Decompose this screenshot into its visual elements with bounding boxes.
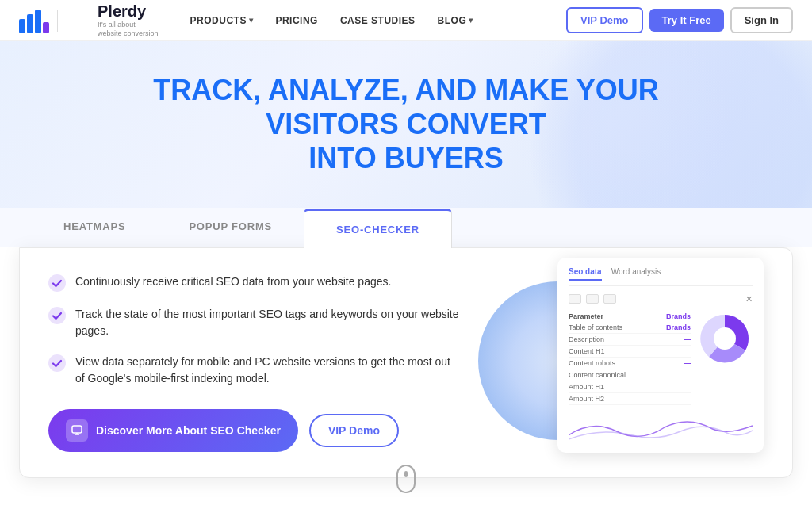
header-buttons: VIP Demo Try It Free Sign In xyxy=(566,7,793,33)
svg-rect-0 xyxy=(19,19,25,33)
pie-chart xyxy=(697,311,753,366)
feature-item-1: Continuously receive critical SEO data f… xyxy=(48,274,462,292)
vip-demo-outline-button[interactable]: VIP Demo xyxy=(309,414,399,447)
logo-text: Plerdy It's all about website conversion xyxy=(98,2,159,38)
check-icon-1 xyxy=(48,274,66,292)
wave-lines xyxy=(569,411,753,443)
chevron-down-icon: ▾ xyxy=(469,16,473,25)
wave-chart xyxy=(569,411,753,443)
param-header: Parameter xyxy=(569,311,654,322)
svg-point-6 xyxy=(48,354,66,372)
table-row: Content H1 xyxy=(569,345,691,357)
logo[interactable]: Plerdy It's all about website conversion xyxy=(19,2,159,38)
nav-pricing[interactable]: PRICING xyxy=(275,15,318,26)
try-free-button[interactable]: Try It Free xyxy=(649,9,724,32)
nav-blog[interactable]: BLOG ▾ xyxy=(438,15,473,26)
table-row: Amount H1 xyxy=(569,381,691,392)
seo-card-tabs: Seo data Word analysis xyxy=(569,267,753,286)
left-content: Continuously receive critical SEO data f… xyxy=(48,274,462,452)
table-row: Content robots — xyxy=(569,357,691,369)
hero-section: TRACK, ANALYZE, AND MAKE YOUR VISITORS C… xyxy=(0,41,812,208)
table-row: Table of contents Brands xyxy=(569,322,691,334)
seo-data-tab[interactable]: Seo data xyxy=(569,267,602,281)
tab-popup-forms[interactable]: POPUP FORMS xyxy=(157,208,304,247)
feature-list: Continuously receive critical SEO data f… xyxy=(48,274,462,387)
svg-point-4 xyxy=(48,274,66,292)
table-row: Description — xyxy=(569,333,691,345)
hero-title: TRACK, ANALYZE, AND MAKE YOUR VISITORS C… xyxy=(89,73,723,176)
feature-item-3: View data separately for mobile and PC w… xyxy=(48,354,462,387)
discover-button[interactable]: Discover More About SEO Checker xyxy=(48,409,298,452)
seo-table: Parameter Brands Table of contents Brand… xyxy=(569,311,691,405)
plerdy-logo-icon xyxy=(19,8,49,33)
right-content: Seo data Word analysis ✕ Parameter xyxy=(494,274,764,448)
table-row: Amount H2 xyxy=(569,392,691,404)
svg-rect-1 xyxy=(27,14,33,33)
word-analysis-tab[interactable]: Word analysis xyxy=(611,267,661,281)
action-buttons: Discover More About SEO Checker VIP Demo xyxy=(48,409,462,452)
tabs-section: HEATMAPS POPUP FORMS SEO-CHECKER xyxy=(0,208,812,247)
content-panel: Continuously receive critical SEO data f… xyxy=(19,247,793,478)
vip-demo-button[interactable]: VIP Demo xyxy=(566,7,642,33)
header: Plerdy It's all about website conversion… xyxy=(0,0,812,41)
control-btn-2 xyxy=(586,294,599,304)
check-icon-3 xyxy=(48,354,66,372)
brands-header: Brands xyxy=(654,311,691,322)
nav-case-studies[interactable]: CASE STUDIES xyxy=(340,15,416,26)
tab-seo-checker[interactable]: SEO-CHECKER xyxy=(304,209,452,248)
table-row: Content canonical xyxy=(569,369,691,381)
seo-checker-icon xyxy=(66,419,88,442)
sign-in-button[interactable]: Sign In xyxy=(730,7,793,33)
logo-tagline: It's all about website conversion xyxy=(98,21,159,38)
svg-point-5 xyxy=(48,307,66,324)
nav-products[interactable]: PRODUCTS ▾ xyxy=(190,15,254,26)
control-btn-3 xyxy=(603,294,616,304)
logo-divider xyxy=(57,10,58,32)
pie-chart-area xyxy=(697,311,753,368)
svg-rect-7 xyxy=(72,426,82,433)
seo-dashboard: Seo data Word analysis ✕ Parameter xyxy=(526,258,764,448)
control-btn-1 xyxy=(569,294,581,304)
svg-rect-2 xyxy=(35,10,41,33)
svg-rect-3 xyxy=(43,22,49,33)
logo-name: Plerdy xyxy=(98,2,159,21)
seo-card: Seo data Word analysis ✕ Parameter xyxy=(557,258,764,453)
scroll-dot xyxy=(404,471,408,477)
check-icon-2 xyxy=(48,307,66,324)
feature-item-2: Track the state of the most important SE… xyxy=(48,306,462,339)
chevron-down-icon: ▾ xyxy=(249,16,254,25)
main-nav: PRODUCTS ▾ PRICING CASE STUDIES BLOG ▾ xyxy=(190,15,567,26)
seo-card-controls: ✕ xyxy=(569,294,753,304)
tab-heatmaps[interactable]: HEATMAPS xyxy=(32,208,157,247)
feature-tabs: HEATMAPS POPUP FORMS SEO-CHECKER xyxy=(32,208,780,247)
close-icon[interactable]: ✕ xyxy=(745,294,753,304)
svg-point-11 xyxy=(714,327,736,350)
